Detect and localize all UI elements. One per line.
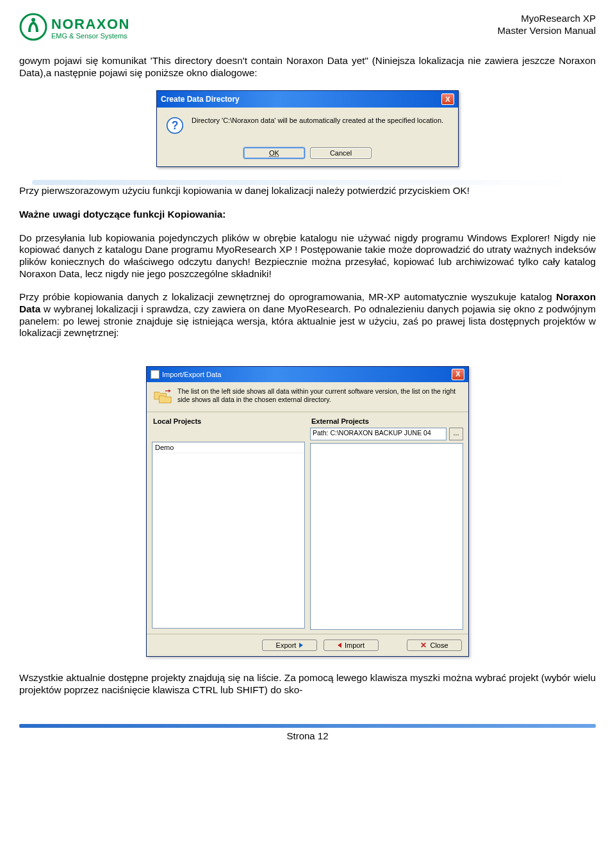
doc-title-2: Master Version Manual: [498, 25, 596, 37]
arrow-right-icon: [299, 643, 303, 648]
panel-spacer: [152, 428, 305, 442]
external-projects-label: External Projects: [310, 416, 463, 428]
svg-point-1: [31, 18, 35, 22]
logo-line1: NORAXON: [51, 17, 130, 31]
close-icon[interactable]: X: [452, 369, 464, 380]
paragraph-6: Wszystkie aktualnie dostępne projekty zn…: [19, 672, 596, 696]
local-projects-panel: Local Projects Demo: [152, 416, 305, 630]
folder-transfer-icon: [153, 387, 172, 406]
dialog-shadow: [32, 180, 577, 185]
x-icon: ✕: [420, 641, 427, 649]
paragraph-3-heading: Ważne uwagi dotyczące funkcji Kopiowania…: [19, 209, 596, 221]
paragraph-4: Do przesyłania lub kopiowania pojedynczy…: [19, 232, 596, 280]
dialog1-body: ? Directory 'C:\Noraxon data' will be au…: [157, 108, 458, 145]
p5-part-b: w wybranej lokalizacji i sprawdza, czy z…: [19, 303, 596, 338]
dialog1-buttons: OK Cancel: [157, 145, 458, 166]
header-right: MyoResearch XP Master Version Manual: [498, 13, 596, 37]
dialog-create-directory: Create Data Directory X ? Directory 'C:\…: [156, 90, 459, 167]
dialog1-titlebar: Create Data Directory X: [157, 91, 458, 108]
p5-part-a: Przy próbie kopiowania danych z lokaliza…: [19, 291, 556, 302]
export-label: Export: [276, 641, 297, 649]
logo-mark-icon: [19, 13, 47, 44]
list-item[interactable]: Demo: [152, 442, 304, 453]
close-icon[interactable]: X: [441, 93, 454, 105]
doc-title-1: MyoResearch XP: [498, 13, 596, 25]
dialog-create-directory-wrap: Create Data Directory X ? Directory 'C:\…: [19, 90, 596, 167]
dialog-import-export: Import/Export Data X The list on the lef…: [146, 366, 469, 657]
browse-button[interactable]: ...: [449, 428, 463, 440]
page: NORAXON EMG & Sensor Systems MyoResearch…: [0, 0, 615, 714]
arrow-left-icon: [338, 643, 341, 648]
local-projects-label: Local Projects: [152, 416, 305, 428]
ok-button[interactable]: OK: [243, 147, 305, 159]
external-path-row: Path: C:\NORAXON BACKUP JUNE 04 ...: [310, 428, 463, 440]
dialog2-title-left: Import/Export Data: [151, 370, 221, 379]
local-projects-list[interactable]: Demo: [152, 442, 305, 629]
import-label: Import: [345, 641, 365, 649]
paragraph-1: gowym pojawi się komunikat 'This directo…: [19, 55, 596, 79]
dialog2-titlebar: Import/Export Data X: [147, 367, 468, 382]
close-label: Close: [430, 641, 448, 649]
dialog2-panels: Local Projects Demo External Projects Pa…: [147, 412, 468, 634]
dialog-import-export-wrap: Import/Export Data X The list on the lef…: [19, 366, 596, 657]
cancel-button[interactable]: Cancel: [310, 147, 372, 159]
external-projects-panel: External Projects Path: C:\NORAXON BACKU…: [310, 416, 463, 630]
dialog1-message: Directory 'C:\Noraxon data' will be auto…: [192, 117, 449, 136]
export-button[interactable]: Export: [262, 639, 317, 651]
close-button[interactable]: ✕ Close: [407, 639, 462, 651]
page-header: NORAXON EMG & Sensor Systems MyoResearch…: [19, 13, 596, 44]
dialog2-footer: Export Import ✕ Close: [147, 634, 468, 656]
dialog2-title: Import/Export Data: [162, 371, 221, 378]
external-path-field[interactable]: Path: C:\NORAXON BACKUP JUNE 04: [310, 428, 447, 440]
logo-text: NORAXON EMG & Sensor Systems: [51, 17, 130, 40]
dialog2-info-text: The list on the left side shows all data…: [177, 387, 462, 404]
import-button[interactable]: Import: [324, 639, 379, 651]
document-icon: [151, 370, 160, 379]
question-icon: ?: [166, 117, 184, 136]
logo: NORAXON EMG & Sensor Systems: [19, 13, 130, 44]
page-number: Strona 12: [0, 728, 615, 746]
svg-text:?: ?: [172, 119, 179, 132]
external-projects-list[interactable]: [310, 443, 463, 630]
paragraph-5: Przy próbie kopiowania danych z lokaliza…: [19, 291, 596, 339]
dialog2-info: The list on the left side shows all data…: [147, 382, 468, 412]
logo-line2: EMG & Sensor Systems: [51, 33, 130, 40]
body: gowym pojawi się komunikat 'This directo…: [19, 55, 596, 696]
paragraph-2: Przy pierwszorazowym użyciu funkcji kopi…: [19, 185, 596, 197]
dialog1-title: Create Data Directory: [161, 95, 240, 104]
